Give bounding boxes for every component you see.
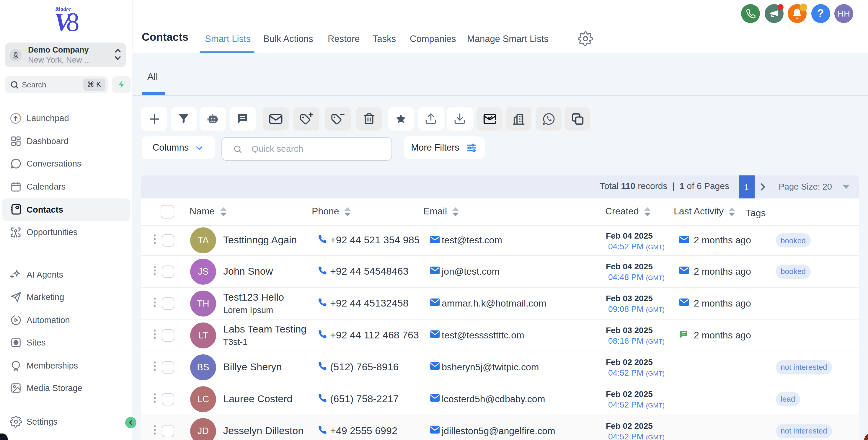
svg-text:8: 8 (66, 7, 80, 33)
